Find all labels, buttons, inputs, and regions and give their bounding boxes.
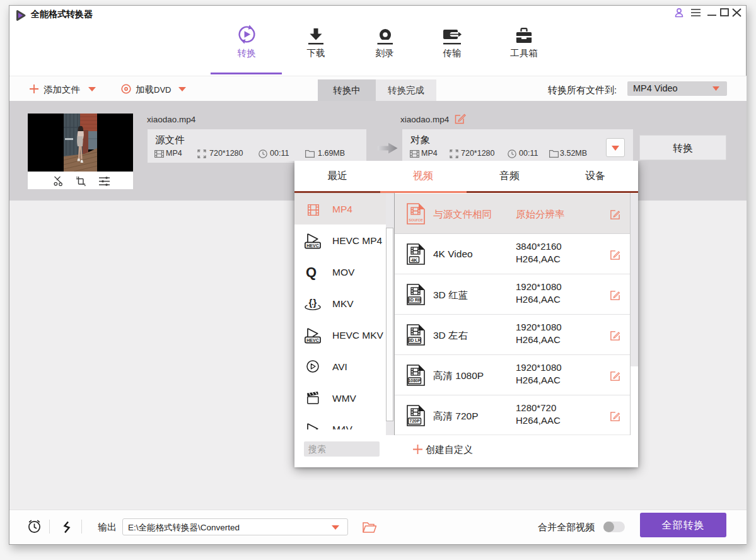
svg-text:source: source xyxy=(409,217,423,223)
svg-text:3D RB: 3D RB xyxy=(408,298,421,302)
svg-text:720P: 720P xyxy=(409,419,420,423)
svg-text:1080P: 1080P xyxy=(408,378,421,383)
svg-text:{ }: { } xyxy=(309,297,317,308)
svg-text:3D LR: 3D LR xyxy=(408,338,421,342)
svg-text:HEVC: HEVC xyxy=(306,338,318,342)
svg-text:4K: 4K xyxy=(411,257,417,263)
svg-text:HEVC: HEVC xyxy=(306,243,318,248)
